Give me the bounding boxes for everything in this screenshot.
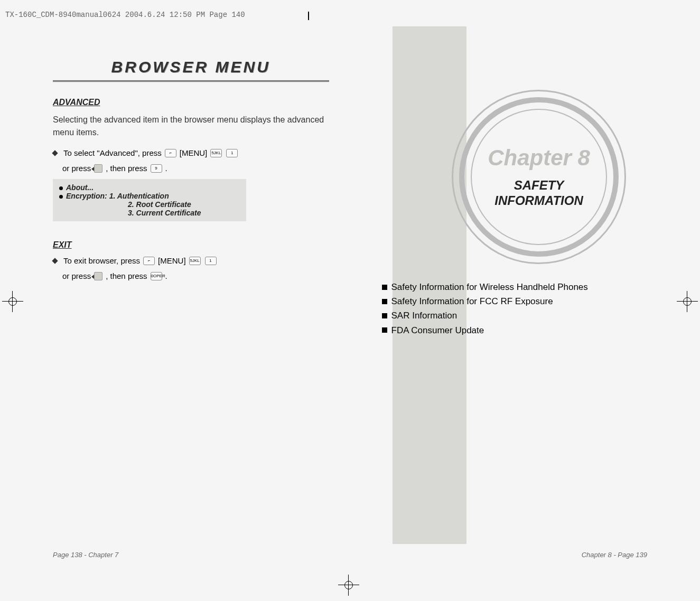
box-line-encryption: Encryption: 1. Authentication bbox=[59, 192, 240, 200]
chapter-contents-list: Safety Information for Wireless Handheld… bbox=[382, 280, 658, 337]
exit-menu-label: [MENU] bbox=[158, 256, 186, 265]
list-item: Safety Information for Wireless Handheld… bbox=[382, 280, 658, 294]
advanced-menu-label: [MENU] bbox=[180, 148, 208, 157]
exit-heading: EXIT bbox=[53, 240, 329, 250]
browser-menu-title: BROWSER MENU bbox=[53, 58, 329, 82]
page-left: BROWSER MENU ADVANCED Selecting the adva… bbox=[32, 42, 350, 559]
advanced-then-press: , then press bbox=[106, 164, 147, 173]
crop-mark-icon bbox=[301, 12, 316, 27]
chapter-circle: Chapter 8 SAFETY INFORMATION bbox=[452, 90, 626, 264]
nav-dpad-icon bbox=[94, 164, 102, 173]
exit-or-press: or press bbox=[62, 271, 91, 280]
square-bullet-icon bbox=[382, 327, 387, 333]
advanced-options-box: About... Encryption: 1. Authentication 2… bbox=[53, 179, 246, 221]
box-line-root-cert: 2. Root Certificate bbox=[128, 200, 240, 209]
registration-mark-left-icon bbox=[2, 291, 23, 312]
bullet-icon bbox=[59, 195, 63, 199]
advanced-period: . bbox=[165, 164, 167, 173]
exit-step-2: or press , then press 0OPER . bbox=[62, 271, 329, 280]
key-one-icon: 1 bbox=[226, 149, 238, 157]
square-bullet-icon bbox=[382, 299, 387, 304]
box-line-about: About... bbox=[59, 183, 240, 192]
bullet-icon bbox=[59, 186, 63, 190]
box-line-current-cert: 3. Current Certificate bbox=[128, 209, 240, 217]
advanced-step-prefix: To select "Advanced", press bbox=[63, 148, 162, 157]
key-nine-icon: 9 bbox=[151, 164, 162, 173]
registration-mark-bottom-icon bbox=[338, 575, 359, 596]
diamond-bullet-icon bbox=[52, 150, 58, 156]
exit-period: . bbox=[165, 271, 167, 280]
square-bullet-icon bbox=[382, 285, 387, 290]
diamond-bullet-icon bbox=[52, 258, 58, 264]
key-one-icon: 1 bbox=[205, 257, 217, 265]
advanced-description: Selecting the advanced item in the brows… bbox=[53, 114, 329, 139]
softkey-icon: ⌐ bbox=[165, 149, 176, 157]
exit-step-1: To exit browser, press ⌐ [MENU] 5JKL 1 bbox=[53, 256, 329, 265]
list-item: FDA Consumer Update bbox=[382, 323, 658, 337]
advanced-or-press: or press bbox=[62, 164, 91, 173]
key-five-icon: 5JKL bbox=[189, 257, 201, 265]
advanced-step-1: To select "Advanced", press ⌐ [MENU] 5JK… bbox=[53, 148, 329, 157]
page-footer-left: Page 138 - Chapter 7 bbox=[53, 551, 118, 559]
advanced-heading: ADVANCED bbox=[53, 98, 329, 107]
list-item: SAR Information bbox=[382, 308, 658, 323]
chapter-subtitle: SAFETY INFORMATION bbox=[494, 178, 583, 209]
page-right: Chapter 8 SAFETY INFORMATION Safety Info… bbox=[350, 42, 669, 559]
key-zero-icon: 0OPER bbox=[151, 272, 162, 280]
nav-dpad-icon bbox=[94, 272, 102, 280]
circle-ring-inner: Chapter 8 SAFETY INFORMATION bbox=[471, 109, 607, 245]
softkey-icon: ⌐ bbox=[143, 257, 155, 265]
registration-mark-right-icon bbox=[677, 291, 698, 312]
square-bullet-icon bbox=[382, 313, 387, 318]
chapter-number: Chapter 8 bbox=[488, 145, 590, 171]
list-item: Safety Information for FCC RF Exposure bbox=[382, 294, 658, 308]
page-footer-right: Chapter 8 - Page 139 bbox=[582, 551, 647, 559]
advanced-step-2: or press , then press 9 . bbox=[62, 164, 329, 173]
exit-then-press: , then press bbox=[106, 271, 147, 280]
key-five-icon: 5JKL bbox=[210, 149, 222, 157]
file-header-info: TX-160C_CDM-8940manual0624 2004.6.24 12:… bbox=[5, 11, 245, 19]
exit-step-prefix: To exit browser, press bbox=[63, 256, 140, 265]
